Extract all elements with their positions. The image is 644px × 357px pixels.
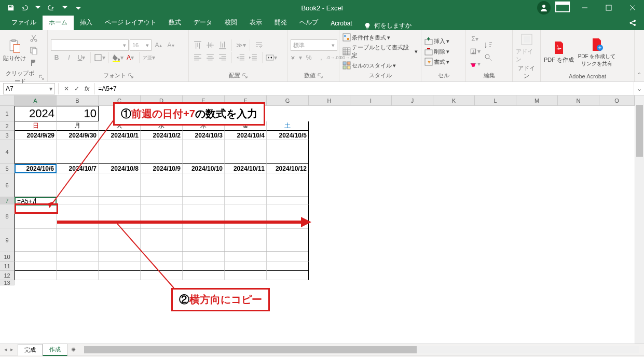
- cells-area[interactable]: 2024 10 日 月 火 水 木 金 土 2024/9/29 2024/9/3…: [15, 106, 635, 344]
- decrease-font-button[interactable]: A▾: [165, 39, 176, 51]
- border-button[interactable]: ▾: [94, 52, 105, 63]
- cell-g7[interactable]: [267, 197, 309, 204]
- align-right-button[interactable]: [217, 52, 228, 63]
- vertical-scrollbar[interactable]: [635, 95, 644, 344]
- cell-a6[interactable]: [15, 173, 57, 197]
- col-header-f[interactable]: F: [225, 95, 267, 105]
- col-header-c[interactable]: C: [99, 95, 141, 105]
- cell-e5[interactable]: 2024/10/10: [183, 164, 225, 173]
- increase-font-button[interactable]: A▴: [153, 39, 164, 51]
- cell-a12[interactable]: [15, 271, 57, 280]
- addin-button[interactable]: アドイン: [516, 32, 537, 63]
- ribbon-display-options[interactable]: [555, 2, 570, 13]
- italic-button[interactable]: I: [63, 52, 75, 63]
- percent-button[interactable]: %: [303, 52, 314, 63]
- cell-d1[interactable]: [141, 106, 183, 121]
- increase-indent-button[interactable]: [248, 52, 259, 63]
- row-header-13[interactable]: 13: [0, 280, 14, 285]
- cell-g8[interactable]: [267, 204, 309, 228]
- sheet-tab-1[interactable]: 完成: [18, 344, 43, 355]
- col-header-j[interactable]: J: [392, 95, 433, 105]
- row-header-1[interactable]: 1: [0, 106, 14, 121]
- align-bottom-button[interactable]: [217, 39, 228, 51]
- cell-b5[interactable]: 2024/10/7: [57, 164, 99, 173]
- decrease-indent-button[interactable]: [235, 52, 246, 63]
- orientation-button[interactable]: ≫▾: [235, 39, 246, 51]
- confirm-formula-button[interactable]: ✓: [74, 85, 79, 92]
- cell-e1[interactable]: [183, 106, 225, 121]
- cell-a9[interactable]: [15, 228, 57, 252]
- cell-a8[interactable]: [15, 204, 57, 228]
- row-header-12[interactable]: 12: [0, 271, 14, 280]
- format-painter-button[interactable]: [28, 57, 39, 68]
- minimize-button[interactable]: [573, 0, 596, 16]
- tab-insert[interactable]: 挿入: [74, 15, 99, 30]
- row-header-6[interactable]: 6: [0, 173, 14, 197]
- row-header-9[interactable]: 9: [0, 228, 14, 252]
- increase-decimal-button[interactable]: .0→.00: [328, 52, 339, 63]
- col-header-n[interactable]: N: [558, 95, 599, 105]
- cell-d7[interactable]: [141, 197, 183, 204]
- cell-e4[interactable]: [183, 140, 225, 164]
- col-header-a[interactable]: A: [15, 95, 57, 105]
- cell-d6[interactable]: [141, 173, 183, 197]
- cell-g9[interactable]: [267, 228, 309, 252]
- row-header-3[interactable]: 3: [0, 131, 14, 140]
- maximize-button[interactable]: [597, 0, 620, 16]
- cell-f1[interactable]: [225, 106, 267, 121]
- insert-cells-button[interactable]: 挿入▾: [424, 37, 449, 45]
- row-header-2[interactable]: 2: [0, 121, 14, 131]
- cell-a5[interactable]: 2024/10/6: [15, 164, 57, 173]
- col-header-h[interactable]: H: [309, 95, 350, 105]
- user-avatar[interactable]: [537, 1, 551, 15]
- redo-dropdown[interactable]: [59, 2, 71, 13]
- cell-f4[interactable]: [225, 140, 267, 164]
- cell-g3[interactable]: 2024/10/5: [267, 131, 309, 140]
- tab-file[interactable]: ファイル: [5, 15, 43, 30]
- cell-c2[interactable]: 火: [99, 121, 141, 131]
- delete-cells-button[interactable]: 削除▾: [424, 47, 449, 56]
- row-header-11[interactable]: 11: [0, 262, 14, 271]
- undo-dropdown[interactable]: [32, 2, 44, 13]
- row-header-4[interactable]: 4: [0, 140, 14, 164]
- insert-function-button[interactable]: fx: [85, 85, 89, 92]
- cell-c4[interactable]: [99, 140, 141, 164]
- cell-d9[interactable]: [141, 228, 183, 252]
- alignment-launcher[interactable]: [242, 73, 248, 78]
- cell-c7[interactable]: [99, 197, 141, 204]
- row-header-7[interactable]: 7: [0, 197, 14, 204]
- close-button[interactable]: [621, 0, 644, 16]
- active-cell-editor[interactable]: =A5+7: [15, 197, 57, 205]
- cell-f9[interactable]: [225, 228, 267, 252]
- cell-a4[interactable]: [15, 140, 57, 164]
- cell-f8[interactable]: [225, 204, 267, 228]
- sheet-nav-last[interactable]: ▸: [10, 346, 13, 353]
- copy-button[interactable]: [28, 45, 39, 56]
- col-header-i[interactable]: I: [350, 95, 392, 105]
- find-select-button[interactable]: [483, 52, 494, 63]
- cell-e2[interactable]: 木: [183, 121, 225, 131]
- align-middle-button[interactable]: [204, 39, 216, 51]
- cell-e9[interactable]: [183, 228, 225, 252]
- row-header-10[interactable]: 10: [0, 252, 14, 262]
- tab-page-layout[interactable]: ページ レイアウト: [99, 15, 162, 30]
- sheet-tab-2[interactable]: 作成: [43, 344, 67, 356]
- create-pdf-share-button[interactable]: PDF を作成してリンクを共有: [576, 37, 618, 67]
- cell-b4[interactable]: [57, 140, 99, 164]
- row-header-8[interactable]: 8: [0, 204, 14, 228]
- cell-a3[interactable]: 2024/9/29: [15, 131, 57, 140]
- collapse-ribbon-button[interactable]: ˆ: [635, 30, 644, 81]
- format-cells-button[interactable]: 書式▾: [424, 58, 449, 66]
- add-sheet-button[interactable]: ⊕: [67, 346, 79, 353]
- cell-b1[interactable]: 10: [57, 106, 99, 121]
- row-header-5[interactable]: 5: [0, 164, 14, 173]
- number-format-combo[interactable]: 標準▾: [291, 39, 337, 51]
- cell-b7[interactable]: [57, 197, 99, 204]
- cell-d5[interactable]: 2024/10/9: [141, 164, 183, 173]
- cell-d8[interactable]: [141, 204, 183, 228]
- worksheet-grid[interactable]: A B C D E F G H I J K L M N O 1 2 3 4 5 …: [0, 95, 644, 344]
- align-center-button[interactable]: [204, 52, 216, 63]
- tab-review[interactable]: 校閲: [218, 15, 243, 30]
- cell-d4[interactable]: [141, 140, 183, 164]
- cell-f3[interactable]: 2024/10/4: [225, 131, 267, 140]
